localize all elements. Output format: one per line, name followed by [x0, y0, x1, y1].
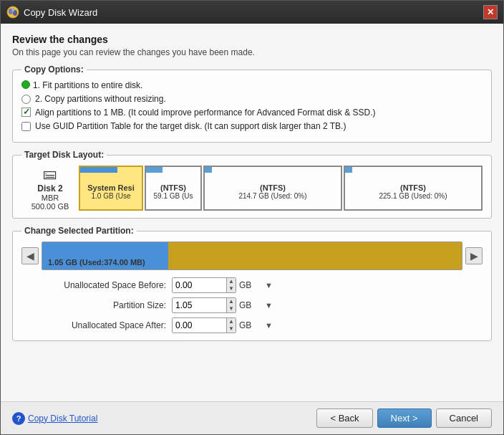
back-button[interactable]: < Back: [316, 408, 372, 428]
disk-layout-legend: Target Disk Layout:: [21, 150, 107, 160]
field-input-before[interactable]: [173, 278, 226, 292]
spinner-before-up[interactable]: ▲: [227, 278, 236, 285]
help-icon: ?: [12, 412, 25, 425]
radio-2[interactable]: [21, 95, 31, 104]
option-2-label: 2. Copy partitions without resizing.: [35, 94, 166, 104]
option-2[interactable]: 2. Copy partitions without resizing.: [21, 94, 483, 104]
option-1[interactable]: 1. Fit partitions to entire disk.: [21, 80, 483, 90]
change-partition-legend: Change Selected Partition:: [21, 226, 137, 236]
partition-2-bar: [146, 167, 163, 173]
partition-2[interactable]: (NTFS) 59.1 GB (Us: [145, 166, 202, 211]
option-4[interactable]: Use GUID Partition Table for the target …: [21, 121, 483, 131]
field-input-before-wrap: ▲ ▼: [172, 277, 236, 293]
unit-dropdown-after[interactable]: ▼: [265, 321, 279, 330]
partition-fields: Unallocated Space Before: ▲ ▼ GB ▼ Parti…: [43, 277, 483, 333]
resize-right-arrow[interactable]: ▶: [465, 247, 483, 264]
disk-info-row: 🖴 Disk 2 MBR 500.00 GB System Resi 1.0 G…: [21, 166, 483, 211]
help-link[interactable]: ? Copy Disk Tutorial: [12, 412, 97, 425]
partition-1[interactable]: System Resi 1.0 GB (Use: [79, 166, 143, 211]
cancel-button[interactable]: Cancel: [436, 408, 492, 428]
page-title: Review the changes: [12, 34, 492, 45]
main-window: Copy Disk Wizard ✕ Review the changes On…: [0, 0, 504, 435]
spinner-size: ▲ ▼: [226, 298, 236, 312]
change-partition-section: Change Selected Partition: ◀ 1.05 GB (Us…: [12, 226, 492, 341]
spinner-before: ▲ ▼: [226, 278, 236, 292]
partition-2-sub: 59.1 GB (Us: [153, 192, 193, 200]
field-label-size: Partition Size:: [43, 300, 172, 310]
next-button[interactable]: Next >: [377, 408, 432, 428]
spinner-after: ▲ ▼: [226, 318, 236, 333]
svg-rect-3: [11, 8, 14, 12]
checkbox-3-checked: [21, 107, 31, 117]
footer-buttons: < Back Next > Cancel: [316, 408, 492, 428]
resize-left-arrow[interactable]: ◀: [21, 247, 39, 264]
spinner-after-down[interactable]: ▼: [227, 325, 236, 333]
disk-name: Disk 2: [37, 183, 62, 193]
partition-3-bar: [205, 167, 212, 173]
footer: ? Copy Disk Tutorial < Back Next > Cance…: [1, 401, 503, 434]
resize-bar-label: 1.05 GB (Used:374.00 MB): [48, 258, 145, 267]
radio-selected-indicator: [21, 80, 30, 89]
help-link-text: Copy Disk Tutorial: [28, 414, 97, 424]
spinner-before-down[interactable]: ▼: [227, 285, 236, 292]
title-bar-text: Copy Disk Wizard: [24, 7, 483, 18]
partition-4-sub: 225.1 GB (Used: 0%): [379, 192, 447, 200]
disk-type: MBR: [42, 193, 59, 202]
field-input-after[interactable]: [173, 318, 226, 333]
partition-2-label: (NTFS): [160, 183, 186, 192]
field-input-size-wrap: ▲ ▼: [172, 297, 236, 313]
page-header: Review the changes On this page you can …: [12, 34, 492, 57]
option-1-label: 1. Fit partitions to entire disk.: [33, 80, 142, 90]
field-label-after: Unallocated Space After:: [43, 320, 172, 330]
field-unit-before: GB: [236, 280, 265, 290]
resize-bar-container: ◀ 1.05 GB (Used:374.00 MB) ▶: [21, 242, 483, 270]
close-button[interactable]: ✕: [483, 5, 498, 19]
partitions-container: System Resi 1.0 GB (Use (NTFS) 59.1 GB (…: [79, 166, 483, 211]
partition-3-sub: 214.7 GB (Used: 0%): [238, 192, 306, 200]
partition-1-label: System Resi: [87, 183, 134, 192]
disk-size: 500.00 GB: [32, 202, 69, 211]
partition-4-label: (NTFS): [400, 183, 426, 192]
disk-layout-section: Target Disk Layout: 🖴 Disk 2 MBR 500.00 …: [12, 150, 492, 219]
disk-label: 🖴 Disk 2 MBR 500.00 GB: [21, 166, 79, 211]
partition-3[interactable]: (NTFS) 214.7 GB (Used: 0%): [203, 166, 342, 211]
disk-drive-icon: 🖴: [43, 166, 57, 182]
partition-1-bar: [80, 167, 117, 173]
spinner-size-down[interactable]: ▼: [227, 305, 236, 312]
content-area: Review the changes On this page you can …: [1, 24, 503, 401]
checkbox-4[interactable]: [21, 122, 31, 131]
unit-dropdown-size[interactable]: ▼: [265, 301, 279, 310]
page-subtitle: On this page you can review the changes …: [12, 47, 492, 57]
field-input-after-wrap: ▲ ▼: [172, 317, 236, 333]
partition-4[interactable]: (NTFS) 225.1 GB (Used: 0%): [344, 166, 483, 211]
title-bar: Copy Disk Wizard ✕: [1, 1, 503, 24]
spinner-after-up[interactable]: ▲: [227, 318, 236, 325]
unit-dropdown-before[interactable]: ▼: [265, 281, 279, 290]
field-input-size[interactable]: [173, 298, 226, 312]
resize-bar: 1.05 GB (Used:374.00 MB): [42, 242, 462, 270]
partition-1-sub: 1.0 GB (Use: [91, 192, 130, 200]
partition-4-bar: [345, 167, 352, 173]
option-3-label: Align partitions to 1 MB. (It could impr…: [35, 107, 376, 118]
field-unit-size: GB: [236, 300, 265, 310]
spinner-size-up[interactable]: ▲: [227, 298, 236, 305]
option-3[interactable]: Align partitions to 1 MB. (It could impr…: [21, 107, 483, 118]
copy-options-section: Copy Options: 1. Fit partitions to entir…: [12, 64, 492, 143]
option-4-label: Use GUID Partition Table for the target …: [35, 121, 346, 131]
copy-options-legend: Copy Options:: [21, 64, 87, 75]
field-label-before: Unallocated Space Before:: [43, 280, 172, 290]
partition-3-label: (NTFS): [260, 183, 286, 192]
field-unit-after: GB: [236, 320, 265, 330]
wizard-icon: [6, 6, 19, 19]
